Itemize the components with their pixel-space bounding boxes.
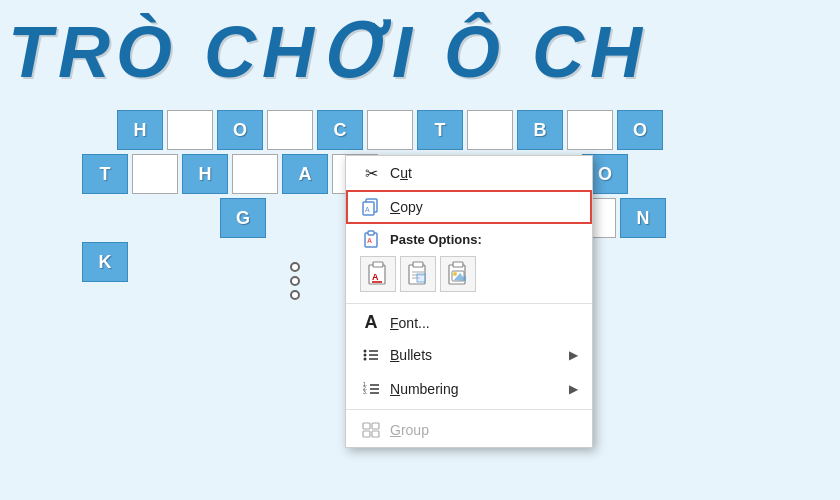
paste-icon-area: A [360, 256, 578, 292]
svg-text:A: A [372, 272, 379, 282]
handle-circle [290, 290, 300, 300]
grid-cell [232, 154, 278, 194]
svg-point-20 [453, 272, 457, 276]
paste-icon-1[interactable]: A [360, 256, 396, 292]
svg-point-22 [364, 354, 367, 357]
svg-point-21 [364, 350, 367, 353]
svg-text:A: A [365, 206, 370, 213]
group-label: Group [390, 422, 578, 438]
grid-cell: A [282, 154, 328, 194]
svg-rect-33 [363, 423, 370, 429]
numbering-label: Numbering [390, 381, 569, 397]
grid-cell: G [220, 198, 266, 238]
svg-rect-36 [372, 431, 379, 437]
svg-text:3.: 3. [363, 389, 367, 395]
svg-point-23 [364, 358, 367, 361]
handle-circle [290, 276, 300, 286]
font-label: Font... [390, 315, 578, 331]
selection-handles [290, 258, 300, 304]
bullets-label: Bullets [390, 347, 569, 363]
svg-rect-7 [373, 262, 383, 267]
cut-label: Cut [390, 165, 578, 181]
grid-cell: O [617, 110, 663, 150]
svg-rect-15 [417, 274, 425, 282]
numbering-arrow: ▶ [569, 382, 578, 396]
font-icon: A [360, 312, 382, 333]
copy-menu-item[interactable]: A Copy [346, 190, 592, 224]
grid-cell [167, 110, 213, 150]
grid-cell: H [117, 110, 163, 150]
copy-label: Copy [390, 199, 578, 215]
grid-row-1: H O C T B O [0, 110, 840, 150]
svg-rect-11 [413, 262, 423, 267]
svg-text:A: A [367, 237, 372, 244]
svg-rect-4 [368, 231, 374, 235]
grid-cell [270, 198, 316, 238]
grid-cell [267, 110, 313, 150]
svg-rect-17 [453, 262, 463, 267]
bullets-icon [360, 344, 382, 366]
numbering-icon: 1. 2. 3. [360, 378, 382, 400]
group-menu-item[interactable]: Group [346, 413, 592, 447]
cut-icon: ✂ [360, 162, 382, 184]
grid-cell: N [620, 198, 666, 238]
handle-circle [290, 262, 300, 272]
bullets-arrow: ▶ [569, 348, 578, 362]
numbering-menu-item[interactable]: 1. 2. 3. Numbering ▶ [346, 372, 592, 406]
svg-rect-35 [363, 431, 370, 437]
paste-icon-3[interactable] [440, 256, 476, 292]
group-icon [360, 419, 382, 441]
grid-cell [232, 242, 278, 282]
copy-icon: A [360, 196, 382, 218]
paste-section: A Paste Options: A [346, 224, 592, 300]
grid-cell: K [82, 242, 128, 282]
grid-cell [367, 110, 413, 150]
menu-separator-2 [346, 409, 592, 410]
grid-cell: O [217, 110, 263, 150]
menu-separator [346, 303, 592, 304]
paste-icon-2[interactable] [400, 256, 436, 292]
grid-cell [132, 154, 178, 194]
grid-cell: T [82, 154, 128, 194]
paste-icon: A [360, 228, 382, 250]
cut-menu-item[interactable]: ✂ Cut [346, 156, 592, 190]
grid-cell [132, 242, 178, 282]
grid-cell: C [317, 110, 363, 150]
grid-cell [467, 110, 513, 150]
font-menu-item[interactable]: A Font... [346, 307, 592, 338]
grid-cell [282, 242, 328, 282]
bullets-menu-item[interactable]: Bullets ▶ [346, 338, 592, 372]
paste-options-label: Paste Options: [390, 232, 482, 247]
grid-cell: B [517, 110, 563, 150]
grid-cell [567, 110, 613, 150]
context-menu: ✂ Cut A Copy A Paste Op [345, 155, 593, 448]
paste-title: A Paste Options: [360, 228, 578, 250]
grid-cell: T [417, 110, 463, 150]
page-title: TRÒ CHƠI Ô CH [0, 10, 840, 94]
grid-cell: H [182, 154, 228, 194]
grid-cell [182, 242, 228, 282]
svg-rect-34 [372, 423, 379, 429]
